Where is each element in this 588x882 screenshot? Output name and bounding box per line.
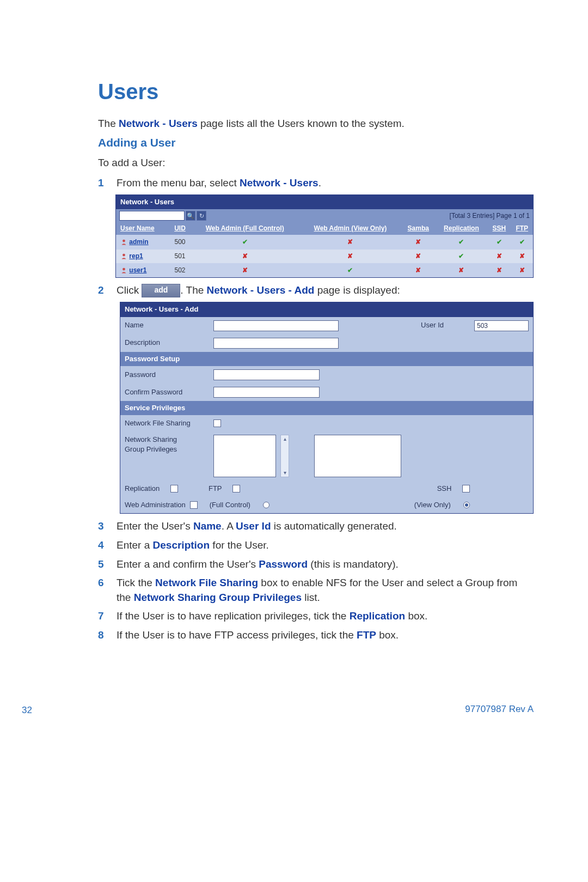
label-password: Password [125,370,209,380]
label-view-only: (View Only) [414,500,451,510]
col-username[interactable]: User Name [116,222,170,235]
step-3-text: Enter the User's Name. A User Id is auto… [117,519,534,534]
scroll-down-icon[interactable]: ▾ [284,469,286,477]
svg-point-0 [122,240,125,242]
name-input[interactable] [213,320,339,331]
s5-post: (this is mandatory). [308,558,399,570]
user-icon [120,239,127,246]
col-samba[interactable]: Samba [401,222,435,235]
add-form-screenshot: Network - Users - Add Name User Id 503 D… [120,302,534,514]
label-ssh: SSH [437,484,452,494]
cell-cross: ✘ [487,263,511,277]
group-listbox-right[interactable] [314,435,401,477]
s4-pre: Enter a [117,539,153,551]
s3-b1: Name [193,520,222,532]
listbox-scrollbar[interactable]: ▴▾ [280,435,289,477]
label-nsgp: Network Sharing Group Privileges [125,435,209,454]
users-table-title: Network - Users [116,195,533,209]
label-nfs: Network File Sharing [125,418,209,428]
s3-b2: User Id [236,520,271,532]
step-number-8: 8 [98,628,117,643]
col-replication[interactable]: Replication [435,222,487,235]
col-ftp[interactable]: FTP [511,222,533,235]
cell-uid: 502 [170,263,191,277]
webadmin-checkbox[interactable] [190,501,198,509]
s8-b1: FTP [357,629,376,641]
step-4-text: Enter a Description for the User. [117,538,534,553]
step-1-text: From the menu bar, select Network - User… [117,176,534,191]
svg-point-2 [122,268,125,271]
step-8-text: If the User is to have FTP access privil… [117,628,534,643]
doc-revision: 97707987 Rev A [465,703,534,716]
step-number-4: 4 [98,538,117,553]
step-number-3: 3 [98,519,117,534]
cell-check: ✔ [190,235,299,250]
nfs-checkbox[interactable] [213,419,221,427]
cell-cross: ✘ [190,263,299,277]
add-button[interactable]: add [142,284,180,298]
step-number-1: 1 [98,176,117,191]
cell-check: ✔ [435,249,487,263]
users-page-info: [Total 3 Entries] Page 1 of 1 [450,211,530,221]
cell-check: ✔ [487,235,511,250]
page-title: Users [98,76,534,107]
s6-b1: Network File Sharing [155,577,258,588]
cell-cross: ✘ [435,263,487,277]
s3-mid: . A [222,520,236,532]
cell-cross: ✘ [299,249,401,263]
user-icon [120,267,127,274]
search-icon[interactable]: 🔍 [186,211,195,221]
user-link-user1[interactable]: user1 [129,266,146,274]
cell-cross: ✘ [511,249,533,263]
user-id-input[interactable]: 503 [474,320,529,331]
step-number-2: 2 [98,283,117,298]
description-input[interactable] [213,338,339,349]
replication-checkbox[interactable] [170,485,178,492]
users-search-bar: 🔍 ↻ [Total 3 Entries] Page 1 of 1 [116,209,533,222]
refresh-icon[interactable]: ↻ [197,211,206,221]
s3-post: is automatically generated. [271,520,397,532]
group-listbox-left[interactable] [213,435,276,477]
s7-post: box. [405,610,427,622]
cell-cross: ✘ [299,235,401,250]
step-2-text: Click add. The Network - Users - Add pag… [117,283,534,298]
col-webadmin-full[interactable]: Web Admin (Full Control) [190,222,299,235]
step1-post: . [318,177,321,188]
label-full-control: (Full Control) [210,500,250,510]
cell-uid: 500 [170,235,191,250]
section-service-privileges: Service Privileges [120,401,533,415]
cell-cross: ✘ [487,249,511,263]
lead-text: To add a User: [98,156,534,171]
nsgp-l1: Network Sharing [125,435,177,443]
section-password-setup: Password Setup [120,352,533,366]
user-link-admin[interactable]: admin [129,238,148,246]
step-number-7: 7 [98,609,117,624]
view-only-radio[interactable] [463,502,470,508]
cell-cross: ✘ [511,263,533,277]
s3-pre: Enter the User's [117,520,193,532]
col-webadmin-view[interactable]: Web Admin (View Only) [299,222,401,235]
scroll-up-icon[interactable]: ▴ [284,435,286,443]
label-ftp: FTP [209,484,222,494]
confirm-password-input[interactable] [213,387,320,398]
user-link-rep1[interactable]: rep1 [129,252,143,260]
col-uid[interactable]: UID [170,222,191,235]
ftp-checkbox[interactable] [232,485,240,492]
step-number-6: 6 [98,576,117,591]
s6-b2: Network Sharing Group Privileges [134,592,302,603]
step2-mid: . The [180,284,206,296]
s5-b1: Password [259,558,308,570]
table-row: user1 502 ✘ ✔ ✘ ✘ ✘ ✘ [116,263,533,277]
ssh-checkbox[interactable] [462,485,470,492]
users-search-input[interactable] [119,211,185,221]
cell-cross: ✘ [401,263,435,277]
s4-post: for the User. [210,539,269,551]
label-user-id: User Id [421,320,444,330]
intro-term: Network - Users [119,118,198,129]
cell-cross: ✘ [401,235,435,250]
col-ssh[interactable]: SSH [487,222,511,235]
password-input[interactable] [213,369,320,380]
full-control-radio[interactable] [263,502,270,508]
step2-bold: Network - Users - Add [207,284,315,296]
table-row: admin 500 ✔ ✘ ✘ ✔ ✔ ✔ [116,235,533,250]
